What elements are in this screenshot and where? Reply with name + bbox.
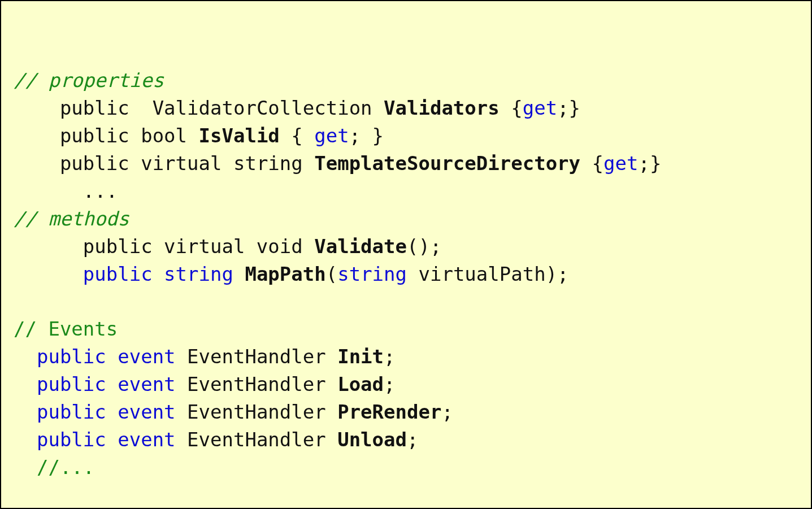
- code-line: public virtual string TemplateSourceDire…: [14, 150, 805, 177]
- code-token: get: [314, 124, 349, 147]
- code-token: Validate: [314, 235, 407, 258]
- code-token: TemplateSourceDirectory: [314, 152, 592, 175]
- code-line: public event EventHandler PreRender;: [14, 398, 805, 426]
- code-token: ;}: [557, 97, 580, 119]
- code-token: public event: [37, 373, 187, 395]
- code-token: public virtual void: [83, 235, 314, 258]
- code-line: public event EventHandler Init;: [14, 343, 805, 371]
- code-block: // properties public ValidatorCollection…: [0, 0, 812, 509]
- code-token: ;: [384, 373, 395, 395]
- code-token: EventHandler: [187, 345, 337, 368]
- code-token: // properties: [14, 69, 164, 92]
- code-line: public string MapPath(string virtualPath…: [14, 260, 805, 288]
- code-line: [14, 288, 805, 316]
- code-token: //...: [37, 456, 94, 478]
- code-token: Validators: [384, 97, 511, 119]
- code-line: //...: [14, 454, 805, 481]
- code-line: // properties: [14, 67, 805, 94]
- code-token: public string: [83, 263, 245, 285]
- code-token: string: [337, 263, 407, 285]
- code-token: EventHandler: [187, 428, 337, 451]
- code-token: ; }: [349, 124, 384, 147]
- code-token: public ValidatorCollection: [60, 97, 384, 119]
- code-token: EventHandler: [187, 401, 337, 423]
- code-line: ...: [14, 177, 805, 205]
- code-token: {: [511, 97, 522, 119]
- code-line: // Events: [14, 315, 805, 343]
- code-token: public virtual string: [60, 152, 314, 175]
- code-token: public event: [37, 345, 187, 368]
- code-content: // properties public ValidatorCollection…: [14, 67, 805, 509]
- code-token: MapPath: [245, 263, 325, 285]
- code-line: public bool IsValid { get; }: [14, 122, 805, 150]
- code-token: ;: [407, 428, 418, 451]
- code-token: ();: [407, 235, 441, 258]
- code-token: // methods: [14, 207, 129, 230]
- code-token: Init: [337, 345, 384, 368]
- code-token: public bool: [60, 124, 199, 147]
- code-token: ;: [384, 345, 395, 368]
- code-line: public virtual void Validate();: [14, 233, 805, 260]
- code-token: (: [326, 263, 337, 285]
- code-token: // Events: [14, 317, 118, 340]
- code-line: public ValidatorCollection Validators {g…: [14, 94, 805, 122]
- code-token: ...: [83, 180, 118, 202]
- code-line: public event EventHandler Load;: [14, 371, 805, 398]
- code-token: Load: [337, 373, 384, 395]
- code-token: get: [603, 152, 638, 175]
- code-token: public event: [37, 428, 187, 451]
- code-token: ;}: [638, 152, 661, 175]
- code-line: // methods: [14, 205, 805, 233]
- code-token: PreRender: [337, 401, 441, 423]
- code-token: public event: [37, 401, 187, 423]
- code-token: Unload: [337, 428, 407, 451]
- code-token: ;: [441, 401, 453, 423]
- code-token: {: [592, 152, 603, 175]
- code-token: {: [291, 124, 314, 147]
- code-line: public event EventHandler Unload;: [14, 426, 805, 454]
- code-token: IsValid: [199, 124, 292, 147]
- code-line: [14, 481, 805, 509]
- code-token: virtualPath);: [407, 263, 569, 285]
- code-token: get: [523, 97, 557, 119]
- code-token: EventHandler: [187, 373, 337, 395]
